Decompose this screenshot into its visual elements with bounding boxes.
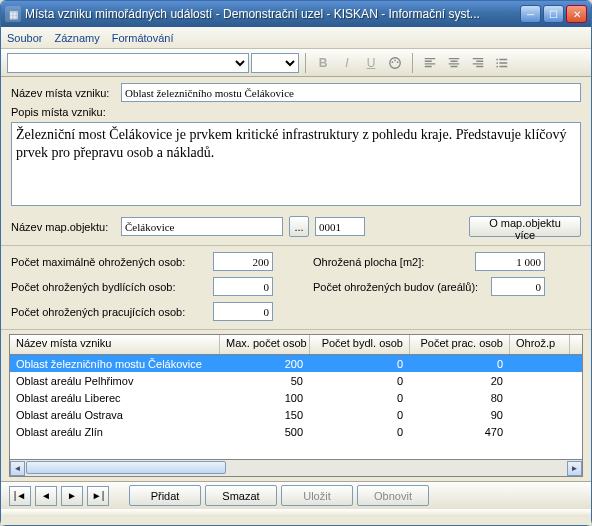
toolbar-separator [412, 53, 413, 73]
italic-button[interactable]: I [336, 52, 358, 74]
name-label: Název místa vzniku: [11, 87, 115, 99]
svg-point-4 [496, 58, 498, 60]
maximize-button[interactable]: ☐ [543, 5, 564, 23]
font-size-combo[interactable] [251, 53, 299, 73]
statusbar [1, 509, 591, 517]
living-label: Počet ohrožených bydlících osob: [11, 281, 207, 293]
mapobj-more-button[interactable]: O map.objektu více [469, 216, 581, 237]
list-icon [495, 56, 509, 70]
menu-records[interactable]: Záznamy [54, 32, 99, 44]
buildings-label: Počet ohrožených budov (areálů): [313, 281, 485, 293]
align-center-button[interactable] [443, 52, 465, 74]
align-right-button[interactable] [467, 52, 489, 74]
align-center-icon [447, 56, 461, 70]
svg-point-6 [496, 65, 498, 67]
window-title: Místa vzniku mimořádných událostí - Demo… [25, 7, 520, 21]
table-row[interactable]: Oblast areálu Zlín5000470 [10, 423, 582, 440]
col-max[interactable]: Max. počet osob [220, 335, 310, 354]
col-working[interactable]: Počet prac. osob [410, 335, 510, 354]
delete-button[interactable]: Smazat [205, 485, 277, 506]
col-area[interactable]: Ohrož.p [510, 335, 570, 354]
font-color-button[interactable] [384, 52, 406, 74]
buildings-input[interactable] [491, 277, 545, 296]
mapobj-label: Název map.objektu: [11, 221, 115, 233]
desc-textarea[interactable] [11, 122, 581, 206]
window-frame: ▦ Místa vzniku mimořádných událostí - De… [0, 0, 592, 526]
close-button[interactable]: ✕ [566, 5, 587, 23]
working-label: Počet ohrožených pracujících osob: [11, 306, 207, 318]
underline-button[interactable]: U [360, 52, 382, 74]
max-persons-input[interactable] [213, 252, 273, 271]
area-input[interactable] [475, 252, 545, 271]
add-button[interactable]: Přidat [129, 485, 201, 506]
area-label: Ohrožená plocha [m2]: [313, 256, 469, 268]
format-toolbar: B I U [1, 49, 591, 77]
mapobj-input[interactable] [121, 217, 283, 236]
align-right-icon [471, 56, 485, 70]
col-name[interactable]: Název místa vzniku [10, 335, 220, 354]
name-input[interactable] [121, 83, 581, 102]
max-persons-label: Počet maximálně ohrožených osob: [11, 256, 207, 268]
app-icon: ▦ [5, 6, 21, 22]
menubar: Soubor Záznamy Formátování [1, 27, 591, 49]
svg-point-5 [496, 62, 498, 64]
table-row[interactable]: Oblast areálu Ostrava150090 [10, 406, 582, 423]
save-button[interactable]: Uložit [281, 485, 353, 506]
record-navigator: |◄ ◄ ► ►| Přidat Smazat Uložit Obnovit [1, 481, 591, 509]
table-row[interactable]: Oblast areálu Pelhřimov50020 [10, 372, 582, 389]
minimize-button[interactable]: ─ [520, 5, 541, 23]
bold-button[interactable]: B [312, 52, 334, 74]
svg-point-3 [397, 61, 399, 63]
desc-label: Popis místa vzniku: [11, 106, 106, 118]
scroll-thumb[interactable] [26, 461, 226, 474]
nav-prev-button[interactable]: ◄ [35, 486, 57, 506]
mapobj-code-input[interactable] [315, 217, 365, 236]
mapobj-browse-button[interactable]: ... [289, 216, 309, 237]
align-left-icon [423, 56, 437, 70]
grid-hscrollbar[interactable]: ◄ ► [9, 460, 583, 477]
refresh-button[interactable]: Obnovit [357, 485, 429, 506]
table-row[interactable]: Oblast areálu Liberec100080 [10, 389, 582, 406]
grid-header: Název místa vzniku Max. počet osob Počet… [10, 335, 582, 355]
nav-last-button[interactable]: ►| [87, 486, 109, 506]
living-input[interactable] [213, 277, 273, 296]
titlebar: ▦ Místa vzniku mimořádných událostí - De… [1, 1, 591, 27]
col-living[interactable]: Počet bydl. osob [310, 335, 410, 354]
nav-first-button[interactable]: |◄ [9, 486, 31, 506]
palette-icon [388, 56, 402, 70]
align-left-button[interactable] [419, 52, 441, 74]
svg-point-0 [390, 57, 401, 68]
working-input[interactable] [213, 302, 273, 321]
scroll-left-button[interactable]: ◄ [10, 461, 25, 476]
nav-next-button[interactable]: ► [61, 486, 83, 506]
scroll-right-button[interactable]: ► [567, 461, 582, 476]
menu-format[interactable]: Formátování [112, 32, 174, 44]
svg-point-2 [394, 59, 396, 61]
font-name-combo[interactable] [7, 53, 249, 73]
data-grid[interactable]: Název místa vzniku Max. počet osob Počet… [9, 334, 583, 460]
menu-file[interactable]: Soubor [7, 32, 42, 44]
svg-point-1 [392, 61, 394, 63]
toolbar-separator [305, 53, 306, 73]
table-row[interactable]: Oblast železničního mostu Čelákovice2000… [10, 355, 582, 372]
bullet-list-button[interactable] [491, 52, 513, 74]
